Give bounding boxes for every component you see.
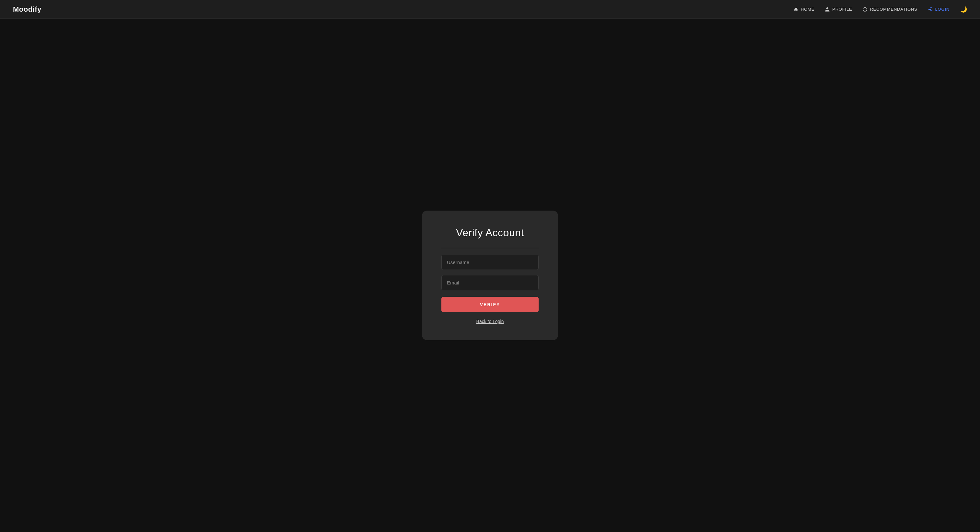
- home-icon: [793, 7, 799, 12]
- nav-profile[interactable]: PROFILE: [825, 7, 852, 12]
- username-input[interactable]: [441, 255, 539, 270]
- moon-icon: 🌙: [960, 6, 967, 13]
- card-title: Verify Account: [441, 227, 539, 239]
- profile-icon: [825, 7, 830, 12]
- recommendations-icon: [862, 7, 867, 12]
- brand-logo: Moodify: [13, 5, 41, 14]
- nav-recommendations[interactable]: RECOMMENDATIONS: [862, 7, 917, 12]
- card-divider: [441, 248, 539, 248]
- nav-home[interactable]: HOME: [793, 7, 815, 12]
- navbar: Moodify HOME PROFILE: [0, 0, 980, 19]
- email-input[interactable]: [441, 275, 539, 290]
- login-icon: [928, 7, 933, 12]
- theme-toggle-button[interactable]: 🌙: [960, 6, 967, 13]
- verify-card: Verify Account VERIFY Back to Login: [422, 211, 558, 340]
- nav-login[interactable]: LOGIN: [928, 7, 950, 12]
- nav-profile-label: PROFILE: [832, 7, 852, 12]
- main-content: Verify Account VERIFY Back to Login: [0, 19, 980, 532]
- back-to-login-link[interactable]: Back to Login: [441, 319, 539, 324]
- verify-button[interactable]: VERIFY: [441, 297, 539, 312]
- nav-home-label: HOME: [801, 7, 815, 12]
- nav-login-label: LOGIN: [935, 7, 950, 12]
- navbar-links: HOME PROFILE RECOMMENDATIONS: [793, 6, 967, 13]
- nav-recommendations-label: RECOMMENDATIONS: [870, 7, 917, 12]
